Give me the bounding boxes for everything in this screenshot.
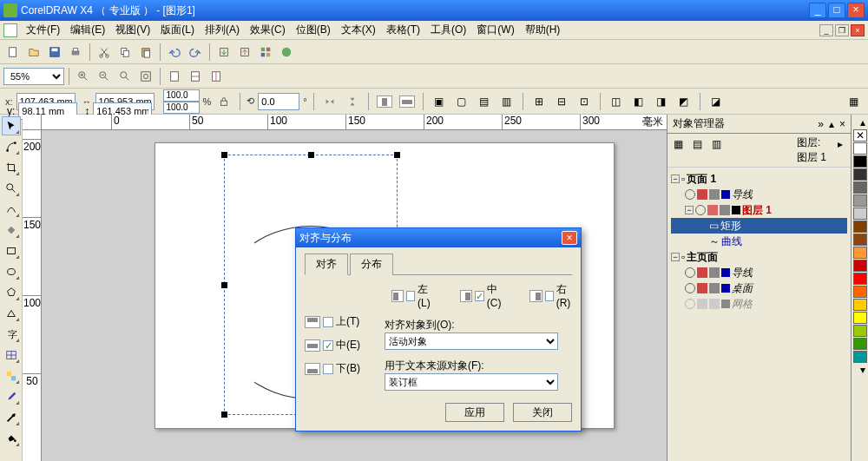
app-launcher-button[interactable] <box>256 43 275 62</box>
zoom-in-button[interactable] <box>74 67 93 86</box>
color-swatch[interactable] <box>853 221 867 233</box>
palette-up-icon[interactable]: ▴ <box>853 116 868 128</box>
ruler-vertical[interactable]: 200 150 100 50 <box>23 130 42 461</box>
options-icon[interactable]: ▦ <box>844 92 863 111</box>
menu-view[interactable]: 视图(V) <box>110 21 155 39</box>
tree-grid-row[interactable]: 网格 <box>671 296 847 312</box>
lock-ratio-button[interactable] <box>214 92 233 111</box>
dialog-close-btn[interactable]: 关闭 <box>513 403 572 422</box>
handle-n[interactable] <box>308 152 314 158</box>
palette-down-icon[interactable]: ▾ <box>853 364 868 376</box>
zoom-width-button[interactable] <box>186 67 205 86</box>
interactive-tool[interactable] <box>2 366 21 385</box>
print-icon[interactable] <box>709 267 720 278</box>
eye-icon[interactable] <box>685 189 695 200</box>
paste-button[interactable] <box>136 43 155 62</box>
eyedropper-tool[interactable] <box>2 387 21 406</box>
mirror-h-button[interactable] <box>320 92 339 111</box>
show-props-button[interactable]: ▦ <box>669 135 687 153</box>
docker-close-icon[interactable]: × <box>839 118 845 130</box>
handle-nw[interactable] <box>221 152 227 158</box>
to-back-button[interactable]: ▢ <box>452 92 471 111</box>
eye-icon[interactable] <box>685 267 695 278</box>
redo-button[interactable] <box>186 43 205 62</box>
tree-page-row[interactable]: − ▫ 页面 1 <box>671 171 847 187</box>
ungroup-button[interactable]: ⊟ <box>552 92 571 111</box>
group-button[interactable]: ⊞ <box>529 92 549 111</box>
rotation-input[interactable] <box>258 93 299 110</box>
align-bottom-option[interactable]: 下(B) <box>305 361 385 376</box>
menu-arrange[interactable]: 排列(A) <box>200 21 245 39</box>
tree-rect-row[interactable]: ▭ 矩形 <box>671 218 847 234</box>
print-icon[interactable] <box>709 299 720 309</box>
maximize-button[interactable]: □ <box>828 3 845 18</box>
align-button[interactable] <box>375 92 394 111</box>
polygon-tool[interactable] <box>2 283 21 302</box>
table-tool[interactable] <box>2 346 21 365</box>
backward-button[interactable]: ▥ <box>497 92 516 111</box>
new-button[interactable] <box>3 43 23 62</box>
color-swatch[interactable] <box>853 273 867 285</box>
apply-button[interactable]: 应用 <box>445 403 504 422</box>
save-button[interactable] <box>45 43 64 62</box>
open-button[interactable] <box>24 43 43 62</box>
color-swatch[interactable] <box>853 247 867 259</box>
color-swatch[interactable] <box>853 194 867 207</box>
color-swatch[interactable] <box>853 260 867 272</box>
tree-toggle-icon[interactable]: − <box>685 206 694 214</box>
pick-tool[interactable] <box>2 116 21 135</box>
smart-fill-tool[interactable] <box>2 221 21 240</box>
color-swatch[interactable] <box>853 168 867 181</box>
eye-icon[interactable] <box>685 299 695 309</box>
forward-button[interactable]: ▤ <box>475 92 494 111</box>
menu-edit[interactable]: 编辑(E) <box>65 21 110 39</box>
intersect-button[interactable]: ◩ <box>674 92 694 111</box>
textsrc-select[interactable]: 装订框 <box>385 373 558 391</box>
align-vcenter-option[interactable]: ✓中(E) <box>305 338 385 352</box>
color-swatch[interactable] <box>853 234 867 246</box>
dialog-close-button[interactable]: × <box>562 231 577 245</box>
menu-window[interactable]: 窗口(W) <box>471 21 519 39</box>
zoom-height-button[interactable] <box>207 67 226 86</box>
tree-layer-row[interactable]: − 图层 1 <box>671 202 847 218</box>
align-right-option[interactable]: 右(R) <box>529 282 575 309</box>
layer-manager-button[interactable]: ▥ <box>707 135 725 153</box>
menu-table[interactable]: 表格(T) <box>381 21 425 39</box>
menu-text[interactable]: 文本(X) <box>336 21 381 39</box>
menu-file[interactable]: 文件(F) <box>21 21 65 39</box>
freehand-tool[interactable] <box>2 200 21 219</box>
basic-shapes-tool[interactable] <box>2 304 21 323</box>
color-swatch[interactable] <box>853 155 867 168</box>
minimize-button[interactable]: _ <box>809 3 826 18</box>
no-fill-swatch[interactable]: ✕ <box>853 129 867 142</box>
color-swatch[interactable] <box>853 312 867 324</box>
align-top-option[interactable]: 上(T) <box>305 314 385 329</box>
zoom-select[interactable]: 55% <box>3 68 64 85</box>
tree-master-row[interactable]: − ▫ 主页面 <box>671 249 847 265</box>
weld-button[interactable]: ◧ <box>629 92 648 111</box>
trim-button[interactable]: ◨ <box>652 92 671 111</box>
scale-y-input[interactable] <box>163 102 200 114</box>
align-hcenter-option[interactable]: ✓中(C) <box>460 282 506 309</box>
distribute-button[interactable] <box>398 92 417 111</box>
menu-layout[interactable]: 版面(L) <box>155 21 200 39</box>
alignto-select[interactable]: 活动对象 <box>385 333 558 350</box>
align-left-option[interactable]: 左(L) <box>391 282 436 309</box>
tree-toggle-icon[interactable]: − <box>671 175 680 183</box>
handle-sw[interactable] <box>221 412 227 418</box>
mdi-minimize-button[interactable]: _ <box>819 24 833 36</box>
handle-w[interactable] <box>221 282 227 288</box>
pencil-icon[interactable] <box>697 299 707 309</box>
color-swatch[interactable] <box>853 142 867 155</box>
zoom-tool[interactable] <box>2 179 21 198</box>
ungroup-all-button[interactable]: ⊡ <box>575 92 594 111</box>
fill-tool[interactable] <box>2 429 21 448</box>
tree-curve-row[interactable]: ～ 曲线 <box>671 234 847 249</box>
color-swatch[interactable] <box>853 286 867 298</box>
pencil-icon[interactable] <box>697 189 707 200</box>
welcome-button[interactable] <box>277 43 296 62</box>
zoom-all-button[interactable] <box>136 67 155 86</box>
menu-tools[interactable]: 工具(O) <box>425 21 471 39</box>
dialog-titlebar[interactable]: 对齐与分布 × <box>296 228 581 247</box>
color-swatch[interactable] <box>853 351 867 363</box>
